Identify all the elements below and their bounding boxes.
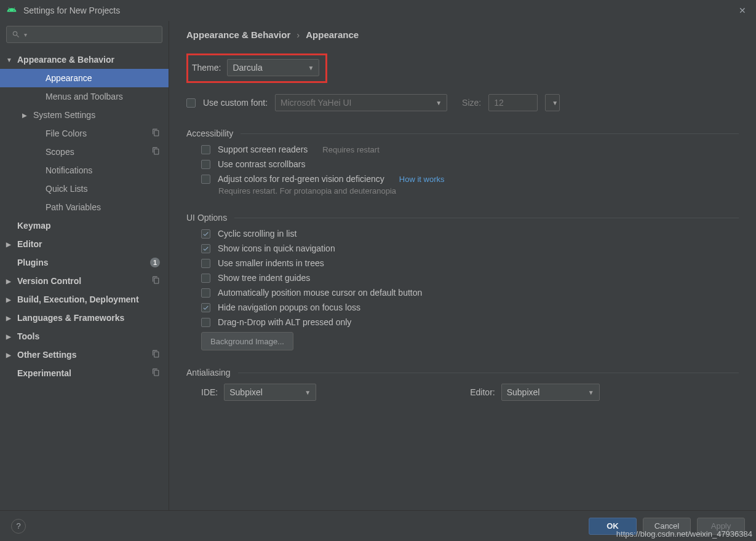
antialias-ide-label: IDE: (201, 387, 218, 397)
sidebar-item-appearance[interactable]: Appearance (0, 69, 169, 87)
font-size-stepper[interactable]: ▼ (545, 94, 560, 111)
ui-option-row: Hide navigation popups on focus loss (186, 302, 739, 312)
project-scope-icon (152, 147, 160, 157)
ui-option-checkbox[interactable] (201, 288, 210, 298)
ui-options-title: UI Options (186, 213, 227, 223)
sidebar-item-label: Appearance & Behavior (17, 55, 114, 65)
close-icon[interactable]: ✕ (735, 3, 750, 18)
sidebar-item-label: Editor (17, 239, 42, 249)
sidebar-item-label: Build, Execution, Deployment (17, 294, 139, 304)
font-size-value: 12 (494, 98, 504, 108)
project-scope-icon (152, 128, 160, 138)
ui-option-checkbox[interactable] (201, 274, 210, 283)
sidebar-item-system-settings[interactable]: ▶System Settings (0, 106, 169, 124)
badge: 1 (150, 258, 160, 267)
how-it-works-link[interactable]: How it works (399, 175, 445, 184)
chevron-down-icon: ▼ (6, 57, 15, 63)
sidebar-item-path-variables[interactable]: Path Variables (0, 198, 169, 216)
sidebar-item-build-execution-deployment[interactable]: ▶Build, Execution, Deployment (0, 290, 169, 309)
sidebar-item-label: Experimental (17, 368, 71, 378)
sidebar-item-file-colors[interactable]: File Colors (0, 124, 169, 143)
antialias-ide-dropdown[interactable]: Subpixel ▼ (224, 384, 316, 401)
chevron-down-icon: ▼ (308, 65, 314, 71)
sidebar-item-experimental[interactable]: Experimental (0, 364, 169, 382)
ui-option-checkbox[interactable] (201, 259, 210, 268)
sidebar-item-label: System Settings (33, 110, 95, 120)
chevron-down-icon: ▼ (436, 100, 442, 106)
sidebar-item-languages-frameworks[interactable]: ▶Languages & Frameworks (0, 309, 169, 327)
antialiasing-title: Antialiasing (186, 368, 231, 377)
breadcrumb-part2: Appearance (306, 30, 359, 40)
chevron-down-icon: ▾ (24, 31, 27, 38)
sidebar-item-label: Plugins (17, 258, 49, 267)
accessibility-row: Support screen readersRequires restart (186, 144, 739, 154)
ui-options-section: UI Options (186, 213, 739, 223)
sidebar-item-version-control[interactable]: ▶Version Control (0, 272, 169, 290)
sidebar-item-keymap[interactable]: Keymap (0, 216, 169, 235)
search-icon (12, 30, 20, 39)
ui-option-row: Drag-n-Drop with ALT pressed only (186, 317, 739, 327)
sidebar-item-plugins[interactable]: Plugins1 (0, 253, 169, 272)
sidebar-item-quick-lists[interactable]: Quick Lists (0, 180, 169, 198)
dialog-footer: ? OK Cancel Apply (0, 510, 756, 541)
antialiasing-section: Antialiasing (186, 368, 739, 377)
theme-label: Theme: (192, 63, 221, 73)
chevron-down-icon: ▼ (304, 389, 311, 396)
chevron-right-icon: ▶ (6, 333, 15, 340)
project-scope-icon (152, 368, 160, 378)
ui-option-label: Automatically position mouse cursor on d… (218, 288, 422, 298)
apply-button[interactable]: Apply (697, 518, 745, 535)
ok-button[interactable]: OK (589, 518, 637, 535)
custom-font-dropdown[interactable]: Microsoft YaHei UI ▼ (275, 94, 447, 111)
font-size-field[interactable]: 12 (488, 94, 538, 111)
antialias-editor-dropdown[interactable]: Subpixel ▼ (501, 384, 600, 401)
help-button[interactable]: ? (11, 519, 26, 534)
custom-font-label: Use custom font: (203, 98, 268, 108)
sidebar-item-scopes[interactable]: Scopes (0, 143, 169, 161)
android-icon (6, 4, 17, 17)
sidebar-item-label: File Colors (46, 128, 87, 138)
sidebar-item-label: Path Variables (46, 202, 101, 212)
ui-option-label: Show icons in quick navigation (218, 243, 335, 253)
accessibility-checkbox[interactable] (201, 160, 210, 169)
sidebar-item-label: Keymap (17, 221, 50, 231)
sidebar-item-label: Menus and Toolbars (46, 92, 123, 101)
search-input[interactable]: ▾ (6, 26, 162, 43)
ui-option-checkbox[interactable] (201, 229, 210, 239)
project-scope-icon (152, 276, 160, 286)
ui-option-checkbox[interactable] (201, 244, 210, 253)
chevron-right-icon: ▶ (22, 112, 31, 119)
cancel-button[interactable]: Cancel (643, 518, 691, 535)
sidebar-item-label: Tools (17, 331, 39, 341)
sidebar-item-tools[interactable]: ▶Tools (0, 327, 169, 346)
ui-option-label: Use smaller indents in trees (218, 258, 324, 268)
sidebar-item-menus-and-toolbars[interactable]: Menus and Toolbars (0, 87, 169, 106)
chevron-right-icon: ▶ (6, 352, 15, 358)
ui-option-label: Cyclic scrolling in list (218, 229, 296, 239)
accessibility-checkbox[interactable] (201, 145, 210, 154)
theme-highlight: Theme: Darcula ▼ (186, 53, 327, 83)
ui-option-label: Hide navigation popups on focus loss (218, 302, 360, 312)
accessibility-checkbox[interactable] (201, 175, 210, 184)
accessibility-row: Use contrast scrollbars (186, 159, 739, 169)
ui-option-label: Drag-n-Drop with ALT pressed only (218, 317, 351, 327)
sidebar-item-notifications[interactable]: Notifications (0, 161, 169, 180)
sidebar-item-appearance-behavior[interactable]: ▼Appearance & Behavior (0, 50, 169, 69)
ui-option-checkbox[interactable] (201, 303, 210, 312)
accessibility-label: Adjust colors for red-green vision defic… (218, 174, 384, 184)
sidebar-item-other-settings[interactable]: ▶Other Settings (0, 346, 169, 364)
sidebar-item-label: Notifications (46, 165, 92, 175)
custom-font-checkbox[interactable] (186, 98, 196, 108)
accessibility-section: Accessibility (186, 128, 739, 138)
sidebar-item-label: Other Settings (17, 350, 76, 360)
ui-option-checkbox[interactable] (201, 318, 210, 327)
theme-dropdown[interactable]: Darcula ▼ (227, 59, 319, 76)
accessibility-label: Use contrast scrollbars (218, 159, 305, 169)
chevron-down-icon: ▼ (552, 100, 558, 106)
size-label: Size: (462, 98, 481, 108)
sidebar-item-label: Appearance (46, 73, 92, 83)
sidebar-item-editor[interactable]: ▶Editor (0, 235, 169, 253)
chevron-right-icon: ▶ (6, 315, 15, 322)
background-image-button[interactable]: Background Image... (201, 332, 293, 350)
main-panel: Appearance & Behavior › Appearance Theme… (169, 21, 756, 510)
